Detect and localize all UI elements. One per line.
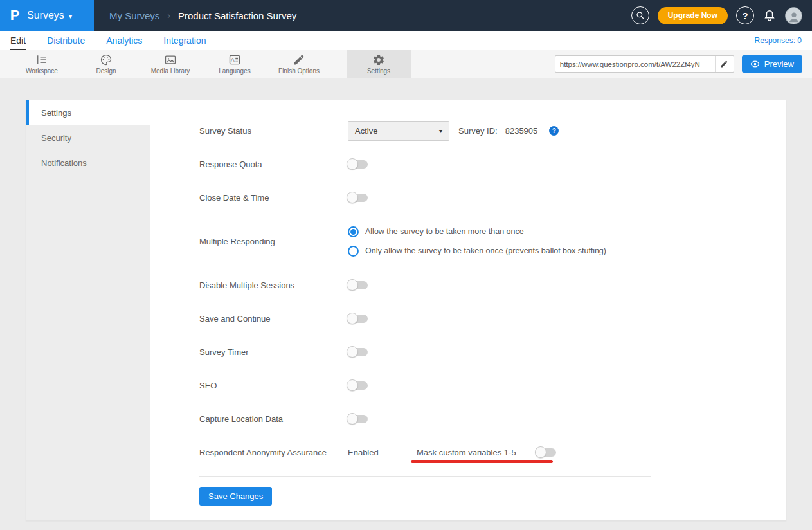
survey-id-value: 8235905 [505,126,538,136]
workspace-icon [35,53,48,66]
upgrade-button[interactable]: Upgrade Now [658,7,728,24]
close-date-row: Close Date & Time [199,181,786,214]
survey-status-row: Survey Status Active ▾ Survey ID: 823590… [199,114,786,147]
toolbar-item-media-library[interactable]: Media Library [138,50,203,78]
tab-analytics[interactable]: Analytics [106,31,142,50]
preview-button[interactable]: Preview [742,55,802,73]
preview-button-label: Preview [764,59,794,69]
help-button[interactable]: ? [736,6,754,24]
toolbar-item-label: Settings [367,68,390,75]
chevron-down-icon: ▾ [439,127,442,134]
toolbar-item-label: Languages [219,68,251,75]
notifications-button[interactable] [762,8,777,23]
disable-sessions-toggle[interactable] [348,281,368,289]
section-tabs: Edit Distribute Analytics Integration [10,31,206,50]
settings-content: Survey Status Active ▾ Survey ID: 823590… [150,100,786,520]
capture-location-row: Capture Location Data [199,402,786,435]
search-icon [636,11,645,20]
seo-label: SEO [199,381,348,390]
survey-status-value: Active [355,126,377,136]
toolbar-item-label: Finish Options [278,68,320,75]
settings-sidebar: Settings Security Notifications [26,100,150,520]
sidebar-item-notifications[interactable]: Notifications [26,151,150,176]
toolbar-item-finish-options[interactable]: Finish Options [267,50,331,78]
response-quota-row: Response Quota [199,147,786,181]
toolbar-item-workspace[interactable]: Workspace [10,50,74,78]
product-switcher[interactable]: P Surveys ▾ [0,0,94,31]
radio-option-label: Allow the survey to be taken more than o… [365,227,524,236]
save-continue-toggle[interactable] [348,315,368,323]
main-area: Settings Security Notifications Survey S… [0,78,812,530]
survey-status-label: Survey Status [199,126,348,136]
settings-card: Settings Security Notifications Survey S… [26,100,786,521]
toolbar-right: Preview [555,50,812,78]
mask-variables-label: Mask custom variables 1-5 [417,448,516,457]
sidebar-item-label: Security [41,133,71,143]
toolbar-items: Workspace Design Media Library A Languag… [10,50,411,78]
sidebar-item-security[interactable]: Security [26,125,150,151]
survey-url-box [555,55,734,73]
capture-location-toggle[interactable] [348,415,368,423]
toolbar-item-design[interactable]: Design [74,50,138,78]
image-icon [164,53,177,66]
annotation-red-underline [411,460,553,463]
radio-option-once-only[interactable]: Only allow the survey to be taken once (… [348,246,606,257]
toolbar-item-languages[interactable]: A Languages [203,50,267,78]
responses-count[interactable]: Responses: 0 [755,36,802,45]
radio-selected-icon [348,226,359,237]
questionpro-logo-icon: P [6,7,23,24]
capture-location-label: Capture Location Data [199,414,348,424]
pencil-icon [293,53,305,66]
toggle-knob [347,379,358,391]
survey-timer-toggle[interactable] [348,348,368,356]
toolbar-item-settings[interactable]: Settings [347,50,411,78]
survey-url-input[interactable] [555,56,715,72]
seo-toggle[interactable] [348,381,368,390]
toolbar-item-label: Design [96,68,116,75]
tab-edit[interactable]: Edit [10,31,26,50]
toggle-knob [347,192,358,203]
toggle-knob [347,346,358,358]
survey-status-select[interactable]: Active ▾ [348,121,449,141]
avatar[interactable] [785,7,802,24]
mask-variables-wrap: Mask custom variables 1-5 [417,446,516,458]
sidebar-item-label: Settings [41,108,71,118]
tab-integration[interactable]: Integration [163,31,206,50]
product-name: Surveys [27,10,64,21]
eye-icon [750,59,760,69]
breadcrumb-separator-icon: › [167,10,170,21]
response-quota-label: Response Quota [199,160,348,169]
multiple-responding-options: Allow the survey to be taken more than o… [348,226,606,257]
bell-icon [762,8,777,23]
question-mark-icon: ? [742,10,748,21]
radio-unselected-icon [348,246,359,257]
sidebar-item-settings[interactable]: Settings [26,100,150,125]
response-quota-toggle[interactable] [348,160,368,169]
close-date-toggle[interactable] [348,194,368,202]
save-continue-row: Save and Continue [199,302,786,335]
radio-option-label: Only allow the survey to be taken once (… [365,246,606,255]
tab-distribute[interactable]: Distribute [47,31,85,50]
anonymity-status: Enabled [348,448,417,457]
survey-id-label: Survey ID: [458,126,498,136]
pencil-icon [720,60,728,68]
toggle-knob [535,446,546,458]
svg-text:A: A [231,57,235,63]
toggle-knob [347,313,358,324]
help-icon[interactable]: ? [549,126,559,136]
mask-variables-toggle[interactable] [536,448,556,457]
sidebar-item-label: Notifications [41,158,87,168]
search-button[interactable] [631,6,649,24]
radio-option-multiple-times[interactable]: Allow the survey to be taken more than o… [348,226,606,237]
edit-toolbar: Workspace Design Media Library A Languag… [0,50,812,78]
anonymity-label: Respondent Anonymity Assurance [199,448,348,457]
save-changes-button[interactable]: Save Changes [199,487,272,506]
app-root: P Surveys ▾ My Surveys › Product Satisfa… [0,0,812,530]
edit-url-button[interactable] [715,56,734,72]
breadcrumb-my-surveys[interactable]: My Surveys [109,10,159,21]
gear-icon [372,53,385,66]
toggle-knob [347,158,358,170]
toggle-knob [347,413,358,425]
avatar-icon [787,10,801,24]
disable-sessions-label: Disable Multiple Sessions [199,280,348,290]
